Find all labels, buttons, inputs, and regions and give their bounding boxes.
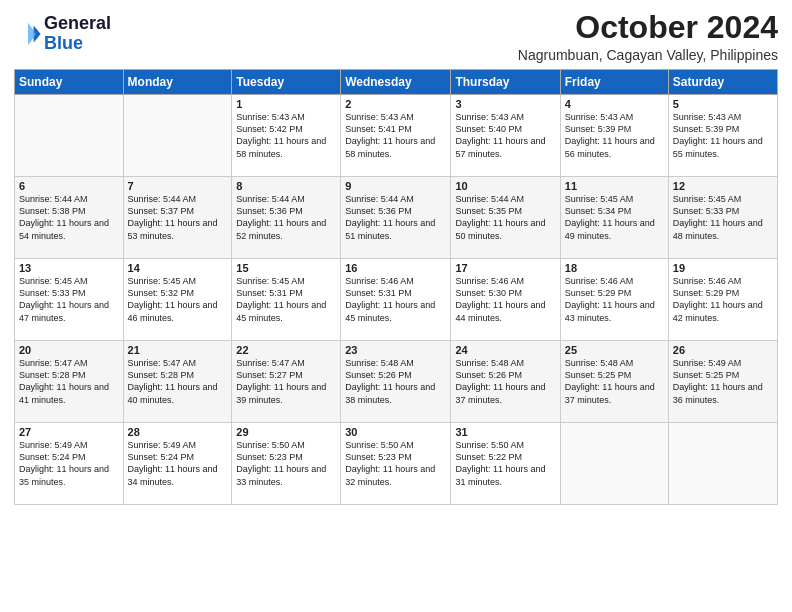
col-thursday: Thursday [451, 70, 560, 95]
day-number: 23 [345, 344, 446, 356]
location: Nagrumbuan, Cagayan Valley, Philippines [518, 47, 778, 63]
cell-content: Sunrise: 5:43 AMSunset: 5:40 PMDaylight:… [455, 111, 555, 160]
cell-content: Sunrise: 5:46 AMSunset: 5:29 PMDaylight:… [565, 275, 664, 324]
day-cell: 11Sunrise: 5:45 AMSunset: 5:34 PMDayligh… [560, 177, 668, 259]
cell-content: Sunrise: 5:49 AMSunset: 5:24 PMDaylight:… [128, 439, 228, 488]
month-year: October 2024 [518, 10, 778, 45]
svg-marker-1 [28, 23, 36, 45]
day-number: 6 [19, 180, 119, 192]
day-cell: 13Sunrise: 5:45 AMSunset: 5:33 PMDayligh… [15, 259, 124, 341]
day-number: 25 [565, 344, 664, 356]
day-number: 3 [455, 98, 555, 110]
day-cell: 19Sunrise: 5:46 AMSunset: 5:29 PMDayligh… [668, 259, 777, 341]
day-cell: 20Sunrise: 5:47 AMSunset: 5:28 PMDayligh… [15, 341, 124, 423]
week-row-5: 27Sunrise: 5:49 AMSunset: 5:24 PMDayligh… [15, 423, 778, 505]
day-number: 19 [673, 262, 773, 274]
day-number: 16 [345, 262, 446, 274]
day-cell [15, 95, 124, 177]
cell-content: Sunrise: 5:47 AMSunset: 5:27 PMDaylight:… [236, 357, 336, 406]
day-cell: 10Sunrise: 5:44 AMSunset: 5:35 PMDayligh… [451, 177, 560, 259]
cell-content: Sunrise: 5:43 AMSunset: 5:39 PMDaylight:… [673, 111, 773, 160]
day-number: 8 [236, 180, 336, 192]
day-number: 11 [565, 180, 664, 192]
day-number: 31 [455, 426, 555, 438]
col-wednesday: Wednesday [341, 70, 451, 95]
day-number: 9 [345, 180, 446, 192]
day-cell: 28Sunrise: 5:49 AMSunset: 5:24 PMDayligh… [123, 423, 232, 505]
day-cell: 16Sunrise: 5:46 AMSunset: 5:31 PMDayligh… [341, 259, 451, 341]
day-cell: 2Sunrise: 5:43 AMSunset: 5:41 PMDaylight… [341, 95, 451, 177]
day-number: 28 [128, 426, 228, 438]
day-number: 13 [19, 262, 119, 274]
page-container: General Blue October 2024 Nagrumbuan, Ca… [0, 0, 792, 513]
day-number: 5 [673, 98, 773, 110]
cell-content: Sunrise: 5:44 AMSunset: 5:35 PMDaylight:… [455, 193, 555, 242]
day-number: 30 [345, 426, 446, 438]
day-cell [560, 423, 668, 505]
day-number: 26 [673, 344, 773, 356]
day-number: 29 [236, 426, 336, 438]
cell-content: Sunrise: 5:50 AMSunset: 5:23 PMDaylight:… [236, 439, 336, 488]
cell-content: Sunrise: 5:45 AMSunset: 5:33 PMDaylight:… [19, 275, 119, 324]
day-cell: 6Sunrise: 5:44 AMSunset: 5:38 PMDaylight… [15, 177, 124, 259]
cell-content: Sunrise: 5:50 AMSunset: 5:23 PMDaylight:… [345, 439, 446, 488]
day-cell: 27Sunrise: 5:49 AMSunset: 5:24 PMDayligh… [15, 423, 124, 505]
cell-content: Sunrise: 5:46 AMSunset: 5:29 PMDaylight:… [673, 275, 773, 324]
day-cell: 15Sunrise: 5:45 AMSunset: 5:31 PMDayligh… [232, 259, 341, 341]
cell-content: Sunrise: 5:47 AMSunset: 5:28 PMDaylight:… [19, 357, 119, 406]
calendar-body: 1Sunrise: 5:43 AMSunset: 5:42 PMDaylight… [15, 95, 778, 505]
day-cell: 21Sunrise: 5:47 AMSunset: 5:28 PMDayligh… [123, 341, 232, 423]
day-number: 15 [236, 262, 336, 274]
week-row-2: 6Sunrise: 5:44 AMSunset: 5:38 PMDaylight… [15, 177, 778, 259]
day-number: 1 [236, 98, 336, 110]
day-number: 2 [345, 98, 446, 110]
cell-content: Sunrise: 5:45 AMSunset: 5:34 PMDaylight:… [565, 193, 664, 242]
cell-content: Sunrise: 5:44 AMSunset: 5:38 PMDaylight:… [19, 193, 119, 242]
day-cell: 5Sunrise: 5:43 AMSunset: 5:39 PMDaylight… [668, 95, 777, 177]
day-cell: 24Sunrise: 5:48 AMSunset: 5:26 PMDayligh… [451, 341, 560, 423]
day-number: 17 [455, 262, 555, 274]
day-number: 7 [128, 180, 228, 192]
day-number: 22 [236, 344, 336, 356]
cell-content: Sunrise: 5:43 AMSunset: 5:39 PMDaylight:… [565, 111, 664, 160]
day-number: 24 [455, 344, 555, 356]
cell-content: Sunrise: 5:45 AMSunset: 5:31 PMDaylight:… [236, 275, 336, 324]
week-row-1: 1Sunrise: 5:43 AMSunset: 5:42 PMDaylight… [15, 95, 778, 177]
cell-content: Sunrise: 5:47 AMSunset: 5:28 PMDaylight:… [128, 357, 228, 406]
day-cell: 26Sunrise: 5:49 AMSunset: 5:25 PMDayligh… [668, 341, 777, 423]
cell-content: Sunrise: 5:48 AMSunset: 5:26 PMDaylight:… [455, 357, 555, 406]
day-number: 4 [565, 98, 664, 110]
day-cell: 22Sunrise: 5:47 AMSunset: 5:27 PMDayligh… [232, 341, 341, 423]
cell-content: Sunrise: 5:44 AMSunset: 5:37 PMDaylight:… [128, 193, 228, 242]
cell-content: Sunrise: 5:46 AMSunset: 5:31 PMDaylight:… [345, 275, 446, 324]
day-cell: 12Sunrise: 5:45 AMSunset: 5:33 PMDayligh… [668, 177, 777, 259]
day-number: 20 [19, 344, 119, 356]
cell-content: Sunrise: 5:50 AMSunset: 5:22 PMDaylight:… [455, 439, 555, 488]
cell-content: Sunrise: 5:49 AMSunset: 5:24 PMDaylight:… [19, 439, 119, 488]
cell-content: Sunrise: 5:44 AMSunset: 5:36 PMDaylight:… [345, 193, 446, 242]
logo-text-line2: Blue [44, 34, 111, 54]
day-cell: 18Sunrise: 5:46 AMSunset: 5:29 PMDayligh… [560, 259, 668, 341]
day-cell: 31Sunrise: 5:50 AMSunset: 5:22 PMDayligh… [451, 423, 560, 505]
day-cell: 3Sunrise: 5:43 AMSunset: 5:40 PMDaylight… [451, 95, 560, 177]
day-cell: 4Sunrise: 5:43 AMSunset: 5:39 PMDaylight… [560, 95, 668, 177]
week-row-4: 20Sunrise: 5:47 AMSunset: 5:28 PMDayligh… [15, 341, 778, 423]
day-number: 21 [128, 344, 228, 356]
col-sunday: Sunday [15, 70, 124, 95]
header-row: Sunday Monday Tuesday Wednesday Thursday… [15, 70, 778, 95]
col-friday: Friday [560, 70, 668, 95]
day-cell: 17Sunrise: 5:46 AMSunset: 5:30 PMDayligh… [451, 259, 560, 341]
day-number: 18 [565, 262, 664, 274]
cell-content: Sunrise: 5:43 AMSunset: 5:41 PMDaylight:… [345, 111, 446, 160]
calendar-table: Sunday Monday Tuesday Wednesday Thursday… [14, 69, 778, 505]
day-cell: 30Sunrise: 5:50 AMSunset: 5:23 PMDayligh… [341, 423, 451, 505]
day-number: 10 [455, 180, 555, 192]
day-cell: 8Sunrise: 5:44 AMSunset: 5:36 PMDaylight… [232, 177, 341, 259]
day-number: 12 [673, 180, 773, 192]
day-cell: 29Sunrise: 5:50 AMSunset: 5:23 PMDayligh… [232, 423, 341, 505]
logo-icon [14, 20, 42, 48]
title-block: October 2024 Nagrumbuan, Cagayan Valley,… [518, 10, 778, 63]
cell-content: Sunrise: 5:48 AMSunset: 5:25 PMDaylight:… [565, 357, 664, 406]
col-monday: Monday [123, 70, 232, 95]
day-cell [123, 95, 232, 177]
